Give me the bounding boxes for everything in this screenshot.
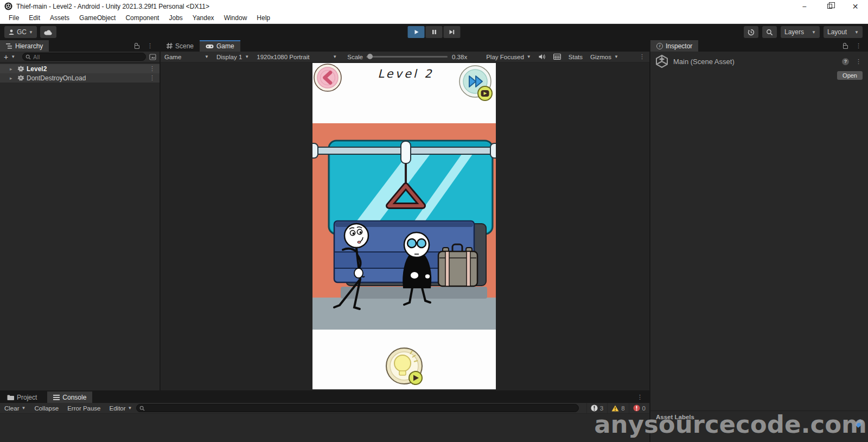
menu-edit[interactable]: Edit xyxy=(24,14,45,22)
kebab-menu-icon[interactable]: ⋮ xyxy=(147,74,157,81)
search-everything-button[interactable] xyxy=(762,26,777,38)
speaker-icon xyxy=(539,54,546,60)
hierarchy-item-label: DontDestroyOnLoad xyxy=(27,74,86,82)
info-count-toggle[interactable]: 3 xyxy=(586,403,607,413)
layers-dropdown[interactable]: Layers ▼ xyxy=(781,26,820,38)
play-button[interactable] xyxy=(408,26,425,38)
step-button[interactable] xyxy=(444,26,461,38)
menu-file[interactable]: File xyxy=(4,14,24,22)
game-panel: Scene Game Game ▼ Display 1 ▼ xyxy=(161,40,649,390)
expand-arrow-icon[interactable]: ▸ xyxy=(10,75,15,81)
chevron-down-icon: ▼ xyxy=(29,30,33,35)
resolution-label: 1920x1080 Portrait xyxy=(257,54,309,60)
undo-history-button[interactable] xyxy=(744,26,758,38)
create-button[interactable]: + ▼ xyxy=(0,53,19,61)
collapse-label: Collapse xyxy=(34,405,59,412)
help-icon[interactable]: ? xyxy=(842,58,849,65)
tab-game[interactable]: Game xyxy=(200,40,240,52)
menu-component[interactable]: Component xyxy=(120,14,164,22)
kebab-menu-icon[interactable]: ⋮ xyxy=(635,394,645,401)
game-target-dropdown[interactable]: Game ▼ xyxy=(161,54,213,60)
menu-assets[interactable]: Assets xyxy=(45,14,74,22)
kebab-menu-icon[interactable]: ⋮ xyxy=(145,42,155,49)
console-editor-dropdown[interactable]: Editor ▼ xyxy=(105,403,137,413)
close-button[interactable]: ✕ xyxy=(843,0,868,12)
error-icon xyxy=(633,405,640,412)
menu-bar: File Edit Assets GameObject Component Jo… xyxy=(0,12,868,24)
play-focused-dropdown[interactable]: Play Focused ▼ xyxy=(482,54,535,60)
hierarchy-panel: Hierarchy ⋮ + ▼ xyxy=(0,40,161,390)
step-icon xyxy=(449,29,455,35)
tab-hierarchy-label: Hierarchy xyxy=(15,42,43,50)
kebab-menu-icon[interactable]: ⋮ xyxy=(853,58,864,65)
lock-icon[interactable] xyxy=(135,45,139,49)
gizmos-dropdown[interactable]: Gizmos ▼ xyxy=(586,54,622,60)
kebab-menu-icon[interactable]: ⋮ xyxy=(853,42,864,49)
scale-slider-thumb[interactable] xyxy=(367,54,373,59)
warning-icon xyxy=(611,405,619,412)
tab-hierarchy[interactable]: Hierarchy xyxy=(0,40,49,52)
console-search-input[interactable] xyxy=(147,405,575,412)
vsync-button[interactable] xyxy=(550,54,565,60)
clear-label: Clear xyxy=(4,405,19,412)
level-title: Level 2 xyxy=(378,67,433,80)
open-button[interactable]: Open xyxy=(837,71,863,80)
tab-inspector[interactable]: i Inspector xyxy=(650,40,698,52)
warning-count-toggle[interactable]: 8 xyxy=(607,403,628,413)
chevron-down-icon: ▼ xyxy=(245,54,249,59)
stats-label: Stats xyxy=(569,54,583,60)
menu-jobs[interactable]: Jobs xyxy=(164,14,187,22)
menu-help[interactable]: Help xyxy=(252,14,275,22)
lock-icon[interactable] xyxy=(843,45,848,49)
hierarchy-item-dontdestroyonload[interactable]: ▸ DontDestroyOnLoad ⋮ xyxy=(0,73,159,83)
asset-label-tag-icon[interactable] xyxy=(854,419,864,428)
account-icon xyxy=(8,29,15,35)
hierarchy-search[interactable] xyxy=(22,53,146,61)
game-canvas[interactable]: Level 2 xyxy=(312,63,496,389)
kebab-menu-icon[interactable]: ⋮ xyxy=(147,65,157,72)
scene-picking-icon[interactable] xyxy=(149,54,156,60)
scale-value: 0.38x xyxy=(452,54,467,60)
game-scene: Level 2 xyxy=(312,63,496,389)
layout-dropdown[interactable]: Layout ▼ xyxy=(824,26,863,38)
floor-shadow xyxy=(341,287,487,299)
console-collapse-button[interactable]: Collapse xyxy=(30,403,63,413)
warning-count: 8 xyxy=(621,405,624,412)
game-hint-button[interactable] xyxy=(386,348,422,384)
menu-gameobject[interactable]: GameObject xyxy=(74,14,120,22)
display-dropdown[interactable]: Display 1 ▼ xyxy=(213,54,253,60)
menu-yandex[interactable]: Yandex xyxy=(188,14,219,22)
kebab-menu-icon[interactable]: ⋮ xyxy=(637,53,647,60)
menu-window[interactable]: Window xyxy=(219,14,252,22)
expand-arrow-icon[interactable]: ▸ xyxy=(10,66,15,72)
console-search[interactable] xyxy=(136,404,578,412)
tab-console[interactable]: Console xyxy=(47,392,92,403)
main-toolbar: GC ▼ Layers ▼ Layout ▼ xyxy=(0,24,868,40)
game-back-button[interactable] xyxy=(314,64,341,91)
console-clear-button[interactable]: Clear ▼ xyxy=(0,403,30,413)
error-count-toggle[interactable]: 0 xyxy=(629,403,649,413)
train-floor xyxy=(312,298,496,330)
mute-audio-button[interactable] xyxy=(535,54,550,60)
info-icon: i xyxy=(656,43,663,49)
restore-button[interactable] xyxy=(817,0,843,12)
scale-slider[interactable] xyxy=(366,56,448,58)
hierarchy-toolbar: + ▼ xyxy=(0,52,159,62)
play-icon xyxy=(413,29,419,35)
stats-button[interactable]: Stats xyxy=(565,54,586,60)
resolution-dropdown[interactable]: 1920x1080 Portrait ▼ xyxy=(253,54,341,60)
console-error-pause-button[interactable]: Error Pause xyxy=(63,403,105,413)
unity-cube-icon xyxy=(655,54,669,68)
hierarchy-search-input[interactable] xyxy=(33,54,143,60)
window-title: Thief-main - Level2 - Android - Unity 20… xyxy=(16,3,209,10)
hierarchy-item-level2[interactable]: ▸ Level2 ⋮ xyxy=(0,64,159,73)
tab-project[interactable]: Project xyxy=(1,392,43,403)
account-button[interactable]: GC ▼ xyxy=(4,26,37,38)
pause-button[interactable] xyxy=(426,26,443,38)
cloud-button[interactable] xyxy=(40,26,56,38)
tab-scene[interactable]: Scene xyxy=(161,40,200,52)
chevron-down-icon: ▼ xyxy=(205,54,209,59)
minimize-button[interactable]: − xyxy=(792,0,817,12)
console-log-area[interactable] xyxy=(0,414,649,442)
gizmos-label: Gizmos xyxy=(590,54,611,60)
